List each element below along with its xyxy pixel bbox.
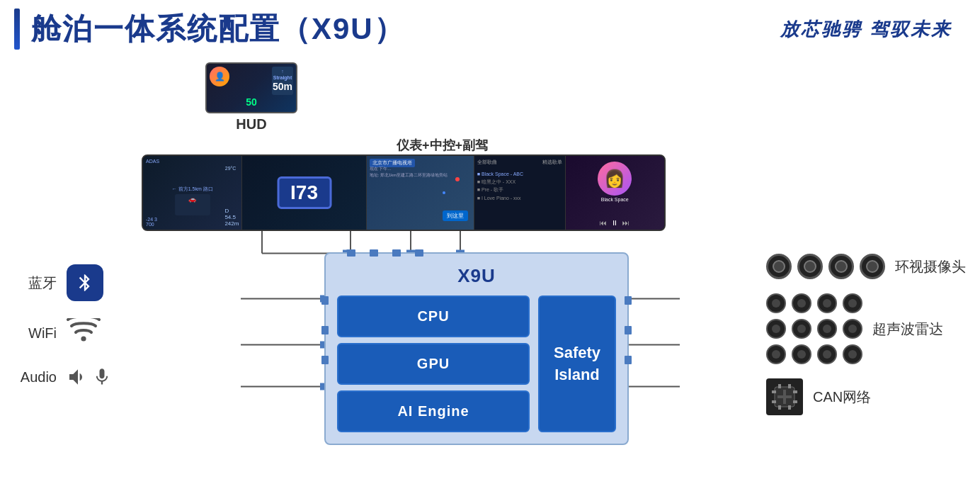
sensor-5: [766, 319, 786, 339]
wifi-item: WiFi: [14, 318, 112, 349]
sensor-12: [843, 344, 862, 364]
audio-label: Audio: [14, 369, 57, 385]
svg-rect-28: [772, 400, 776, 403]
gpu-block: GPU: [337, 343, 530, 385]
dashboard-screen: ADAS 29°C ← 前方1.5km 路口 🚗 -24 3700 D54.52…: [142, 154, 666, 231]
camera-icons: [766, 254, 885, 279]
dashboard-label: 仪表+中控+副驾: [397, 137, 488, 154]
can-label: CAN网络: [813, 388, 871, 407]
road-number: I73: [277, 176, 331, 209]
sensor-11: [817, 344, 837, 364]
camera-icon-2: [797, 254, 823, 279]
dash-panel-center: I73: [242, 156, 366, 230]
can-item: CAN网络: [766, 378, 966, 415]
svg-rect-24: [788, 384, 791, 388]
chip-diagram: X9U CPU GPU AI Engine SafetyIsland: [324, 252, 629, 445]
hud-section: 👤 ↑ Straight 50m 50 HUD: [205, 62, 297, 133]
header-left: 舱泊一体系统配置（X9U）: [14, 9, 405, 50]
wifi-label: WiFi: [14, 325, 57, 342]
camera-icon-1: [766, 254, 792, 279]
chip-left-column: CPU GPU AI Engine: [337, 296, 530, 432]
safety-island-block: SafetyIsland: [538, 296, 616, 432]
sensor-icons: [766, 293, 862, 364]
left-items: 蓝牙 WiFi Audio: [14, 264, 112, 388]
sensor-1: [766, 293, 786, 313]
svg-rect-30: [793, 400, 797, 403]
dash-panel-album: 👩 Black Space ⏮⏸⏭: [566, 156, 664, 230]
sensor-3: [817, 293, 837, 313]
hud-label: HUD: [236, 116, 266, 133]
dash-panel-music-list: 全部歌曲精选歌单 ■ Black Space - ABC ■ 暗黑之中 - XX…: [474, 156, 566, 230]
svg-point-21: [81, 336, 86, 341]
cpu-block: CPU: [337, 296, 530, 337]
right-items: 环视摄像头 超声波雷达: [766, 254, 966, 415]
sensor-10: [792, 344, 811, 364]
sensor-8: [843, 319, 862, 339]
svg-rect-29: [793, 390, 797, 393]
page-title: 舱泊一体系统配置（X9U）: [31, 9, 405, 49]
sensor-6: [792, 319, 811, 339]
dash-panel-adas: ADAS 29°C ← 前方1.5km 路口 🚗 -24 3700 D54.52…: [143, 156, 242, 230]
ai-engine-block: AI Engine: [337, 390, 530, 432]
sensor-label: 超声波雷达: [872, 320, 943, 339]
svg-rect-27: [772, 390, 776, 393]
sensor-4: [843, 293, 862, 313]
audio-icon: [67, 366, 112, 388]
header: 舱泊一体系统配置（X9U） 放芯驰骋 驾驭未来: [0, 0, 980, 55]
chip-outer: X9U CPU GPU AI Engine SafetyIsland: [324, 252, 629, 445]
main-content: 👤 ↑ Straight 50m 50 HUD 仪表+中控+副驾 ADAS 29…: [0, 55, 980, 483]
camera-icon-4: [860, 254, 885, 279]
can-icon: [766, 378, 803, 415]
svg-rect-23: [778, 384, 781, 388]
camera-item: 环视摄像头: [766, 254, 966, 279]
dash-panel-map: 北京市广播电视塔 现在 下午...地址: 郑北1km至建工路二环至路绿地旁站 到…: [367, 156, 474, 230]
chip-components: CPU GPU AI Engine SafetyIsland: [337, 296, 616, 432]
svg-rect-26: [788, 405, 791, 410]
svg-rect-25: [778, 405, 781, 410]
wifi-icon: [67, 318, 101, 349]
bluetooth-item: 蓝牙: [14, 264, 112, 301]
audio-item: Audio: [14, 366, 112, 388]
hud-screen: 👤 ↑ Straight 50m 50: [205, 62, 297, 113]
sensor-2: [792, 293, 811, 313]
sensor-9: [766, 344, 786, 364]
tagline: 放芯驰骋 驾驭未来: [780, 17, 952, 42]
hud-speed: 50: [246, 96, 257, 108]
sensor-item: 超声波雷达: [766, 293, 966, 364]
hud-avatar: 👤: [210, 67, 229, 86]
camera-icon-3: [828, 254, 854, 279]
svg-rect-32: [783, 390, 786, 404]
camera-label: 环视摄像头: [895, 257, 966, 276]
sensor-7: [817, 319, 837, 339]
bluetooth-label: 蓝牙: [14, 274, 57, 293]
bluetooth-icon: [67, 264, 103, 301]
chip-name: X9U: [337, 265, 616, 287]
hud-road-indicator: ↑ Straight 50m: [272, 67, 293, 95]
blue-bar-decoration: [14, 9, 20, 50]
